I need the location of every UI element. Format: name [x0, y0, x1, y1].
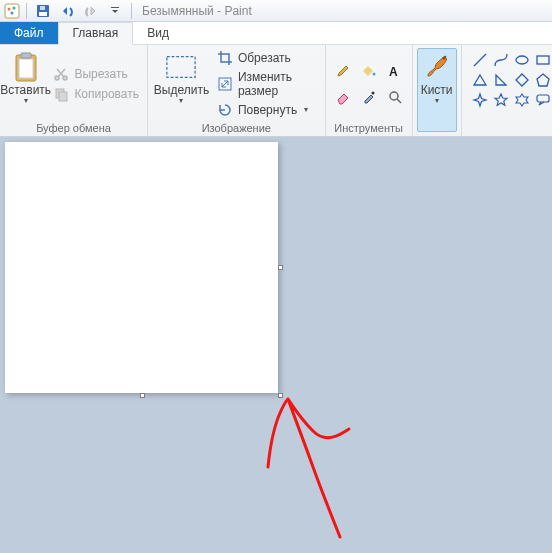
group-shapes-label — [467, 132, 552, 135]
eraser-tool[interactable] — [331, 85, 355, 109]
shape-rect-icon[interactable] — [533, 50, 552, 69]
svg-point-17 — [372, 73, 375, 76]
ribbon: Вставить ▾ Вырезать Копировать Буфер обм… — [0, 45, 552, 137]
group-shapes — [462, 45, 552, 136]
shape-star4-icon[interactable] — [470, 90, 490, 109]
resize-icon — [217, 76, 233, 92]
copy-icon — [53, 86, 69, 102]
svg-point-1 — [8, 7, 11, 10]
qat-redo-button[interactable] — [81, 1, 101, 21]
group-brushes-label — [418, 132, 456, 135]
resize-button[interactable]: Изменить размер — [214, 69, 320, 99]
paste-button[interactable]: Вставить ▾ — [5, 48, 46, 120]
resize-handle-s[interactable] — [140, 393, 145, 398]
shape-triangle-icon[interactable] — [470, 70, 490, 89]
pencil-tool[interactable] — [331, 59, 355, 83]
shape-star5-icon[interactable] — [491, 90, 511, 109]
svg-rect-10 — [21, 53, 31, 58]
svg-text:A: A — [389, 65, 398, 79]
group-brushes: Кисти ▾ — [413, 45, 462, 136]
window-title: Безымянный - Paint — [142, 4, 252, 18]
crop-label: Обрезать — [238, 51, 291, 65]
svg-point-2 — [13, 6, 16, 9]
svg-point-20 — [390, 92, 398, 100]
select-rect-icon — [165, 51, 197, 83]
crop-icon — [217, 50, 233, 66]
title-bar: Безымянный - Paint — [0, 0, 552, 22]
qat-save-button[interactable] — [33, 1, 53, 21]
rotate-button[interactable]: Повернуть ▾ — [214, 101, 320, 119]
shape-callout-icon[interactable] — [533, 90, 552, 109]
svg-rect-7 — [111, 7, 119, 8]
crop-button[interactable]: Обрезать — [214, 49, 320, 67]
svg-rect-0 — [5, 4, 19, 18]
copy-button[interactable]: Копировать — [50, 85, 142, 103]
chevron-down-icon: ▾ — [24, 97, 28, 105]
rotate-label: Повернуть — [238, 103, 297, 117]
svg-rect-24 — [537, 95, 549, 102]
chevron-down-icon: ▾ — [304, 106, 308, 114]
group-image: Выделить ▾ Обрезать Изменить размер Пове… — [148, 45, 326, 136]
svg-point-19 — [371, 92, 374, 95]
ribbon-tabs: Файл Главная Вид — [0, 22, 552, 45]
tab-file[interactable]: Файл — [0, 22, 58, 44]
shape-star6-icon[interactable] — [512, 90, 532, 109]
text-tool[interactable]: A — [383, 59, 407, 83]
brush-icon — [421, 51, 453, 83]
svg-rect-9 — [19, 59, 33, 78]
group-tools: A Инструменты — [326, 45, 413, 136]
cut-button[interactable]: Вырезать — [50, 65, 142, 83]
resize-label: Изменить размер — [238, 70, 317, 98]
brushes-button[interactable]: Кисти ▾ — [417, 48, 457, 132]
scissors-icon — [53, 66, 69, 82]
qat-customize-button[interactable] — [105, 1, 125, 21]
clipboard-icon — [10, 51, 42, 83]
resize-handle-e[interactable] — [278, 265, 283, 270]
shape-right-tri-icon[interactable] — [491, 70, 511, 89]
group-clipboard: Вставить ▾ Вырезать Копировать Буфер обм… — [0, 45, 148, 136]
tab-home[interactable]: Главная — [58, 22, 134, 45]
magnifier-tool[interactable] — [383, 85, 407, 109]
svg-rect-15 — [167, 57, 195, 78]
workspace[interactable] — [0, 137, 552, 553]
svg-rect-22 — [537, 56, 549, 64]
canvas[interactable] — [5, 142, 278, 393]
qat-undo-button[interactable] — [57, 1, 77, 21]
app-icon — [4, 3, 20, 19]
shapes-gallery[interactable] — [467, 48, 552, 132]
chevron-down-icon: ▾ — [435, 97, 439, 105]
group-clipboard-label: Буфер обмена — [5, 120, 142, 135]
color-picker-tool[interactable] — [357, 85, 381, 109]
select-button[interactable]: Выделить ▾ — [153, 48, 210, 120]
fill-tool[interactable] — [357, 59, 381, 83]
shape-diamond-icon[interactable] — [512, 70, 532, 89]
shape-line-icon[interactable] — [470, 50, 490, 69]
svg-point-21 — [516, 56, 528, 64]
cut-label: Вырезать — [74, 67, 127, 81]
chevron-down-icon: ▾ — [179, 97, 183, 105]
copy-label: Копировать — [74, 87, 139, 101]
group-image-label: Изображение — [153, 120, 320, 135]
shape-curve-icon[interactable] — [491, 50, 511, 69]
svg-rect-5 — [39, 12, 47, 16]
svg-rect-6 — [40, 6, 45, 10]
group-tools-label: Инструменты — [331, 120, 407, 135]
rotate-icon — [217, 102, 233, 118]
svg-rect-14 — [59, 92, 67, 101]
shape-oval-icon[interactable] — [512, 50, 532, 69]
tab-view[interactable]: Вид — [133, 22, 183, 44]
resize-handle-se[interactable] — [278, 393, 283, 398]
shape-pentagon-icon[interactable] — [533, 70, 552, 89]
svg-point-3 — [11, 11, 14, 14]
